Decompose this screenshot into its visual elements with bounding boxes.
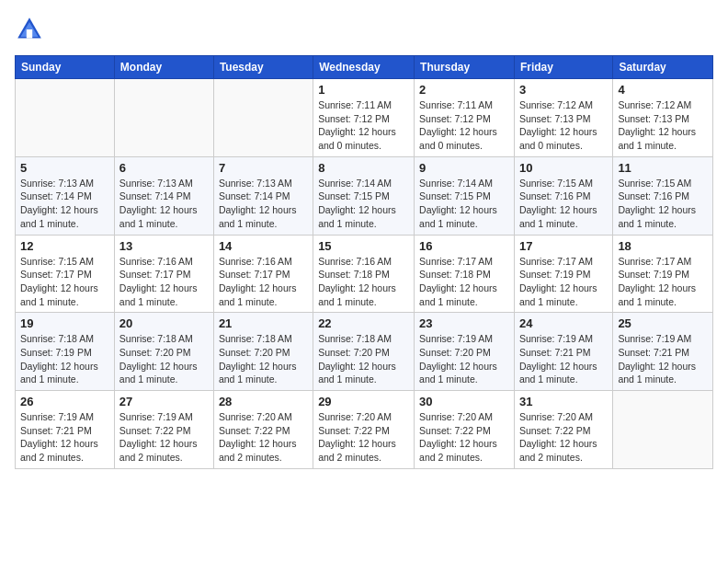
day-info: Sunrise: 7:16 AMSunset: 7:18 PMDaylight:… <box>318 255 409 309</box>
day-number: 16 <box>419 239 509 253</box>
day-info: Sunrise: 7:13 AMSunset: 7:14 PMDaylight:… <box>20 177 109 231</box>
calendar-week-row: 12Sunrise: 7:15 AMSunset: 7:17 PMDayligh… <box>16 235 713 313</box>
day-number: 2 <box>419 83 509 97</box>
calendar-cell: 3Sunrise: 7:12 AMSunset: 7:13 PMDaylight… <box>514 79 612 157</box>
page-header <box>15 15 713 44</box>
calendar-cell <box>16 79 115 157</box>
day-number: 22 <box>318 316 409 330</box>
day-number: 21 <box>219 316 308 330</box>
day-info: Sunrise: 7:15 AMSunset: 7:17 PMDaylight:… <box>20 255 109 309</box>
day-info: Sunrise: 7:17 AMSunset: 7:19 PMDaylight:… <box>519 255 608 309</box>
day-number: 1 <box>318 83 409 97</box>
day-info: Sunrise: 7:20 AMSunset: 7:22 PMDaylight:… <box>519 410 608 465</box>
day-number: 23 <box>419 316 509 330</box>
day-number: 26 <box>20 395 109 408</box>
calendar-cell: 9Sunrise: 7:14 AMSunset: 7:15 PMDaylight… <box>415 156 515 235</box>
calendar-cell: 12Sunrise: 7:15 AMSunset: 7:17 PMDayligh… <box>16 235 115 313</box>
day-info: Sunrise: 7:20 AMSunset: 7:22 PMDaylight:… <box>419 410 509 465</box>
calendar-cell <box>613 391 713 469</box>
calendar-cell: 31Sunrise: 7:20 AMSunset: 7:22 PMDayligh… <box>514 391 612 469</box>
day-number: 6 <box>119 161 209 175</box>
day-info: Sunrise: 7:19 AMSunset: 7:22 PMDaylight:… <box>119 410 209 465</box>
day-number: 31 <box>519 395 608 408</box>
day-number: 3 <box>519 83 608 97</box>
calendar-cell: 17Sunrise: 7:17 AMSunset: 7:19 PMDayligh… <box>514 235 612 313</box>
day-info: Sunrise: 7:18 AMSunset: 7:20 PMDaylight:… <box>219 332 308 386</box>
weekday-header: Wednesday <box>313 56 415 79</box>
day-number: 11 <box>618 161 708 175</box>
calendar-cell: 21Sunrise: 7:18 AMSunset: 7:20 PMDayligh… <box>213 313 313 391</box>
day-number: 4 <box>618 83 708 97</box>
calendar-cell: 22Sunrise: 7:18 AMSunset: 7:20 PMDayligh… <box>313 313 415 391</box>
day-info: Sunrise: 7:17 AMSunset: 7:19 PMDaylight:… <box>618 255 708 309</box>
calendar-cell <box>213 79 313 157</box>
calendar-cell: 6Sunrise: 7:13 AMSunset: 7:14 PMDaylight… <box>114 156 213 235</box>
calendar-week-row: 19Sunrise: 7:18 AMSunset: 7:19 PMDayligh… <box>16 313 713 391</box>
day-info: Sunrise: 7:19 AMSunset: 7:21 PMDaylight:… <box>20 410 109 465</box>
day-info: Sunrise: 7:14 AMSunset: 7:15 PMDaylight:… <box>419 177 509 231</box>
day-info: Sunrise: 7:11 AMSunset: 7:12 PMDaylight:… <box>318 98 409 153</box>
calendar-cell: 13Sunrise: 7:16 AMSunset: 7:17 PMDayligh… <box>114 235 213 313</box>
day-number: 12 <box>20 239 109 253</box>
day-info: Sunrise: 7:19 AMSunset: 7:21 PMDaylight:… <box>618 332 708 386</box>
day-number: 10 <box>519 161 608 175</box>
day-number: 17 <box>519 239 608 253</box>
day-info: Sunrise: 7:19 AMSunset: 7:21 PMDaylight:… <box>519 332 608 386</box>
calendar-cell: 5Sunrise: 7:13 AMSunset: 7:14 PMDaylight… <box>16 156 115 235</box>
calendar-cell: 1Sunrise: 7:11 AMSunset: 7:12 PMDaylight… <box>313 79 415 157</box>
day-info: Sunrise: 7:18 AMSunset: 7:20 PMDaylight:… <box>318 332 409 386</box>
weekday-header: Saturday <box>613 56 713 79</box>
calendar-table: SundayMondayTuesdayWednesdayThursdayFrid… <box>15 55 713 469</box>
day-info: Sunrise: 7:16 AMSunset: 7:17 PMDaylight:… <box>219 255 308 309</box>
day-info: Sunrise: 7:13 AMSunset: 7:14 PMDaylight:… <box>119 177 209 231</box>
calendar-cell: 18Sunrise: 7:17 AMSunset: 7:19 PMDayligh… <box>613 235 713 313</box>
day-number: 18 <box>618 239 708 253</box>
day-info: Sunrise: 7:20 AMSunset: 7:22 PMDaylight:… <box>219 410 308 465</box>
day-info: Sunrise: 7:19 AMSunset: 7:20 PMDaylight:… <box>419 332 509 386</box>
day-info: Sunrise: 7:20 AMSunset: 7:22 PMDaylight:… <box>318 410 409 465</box>
day-info: Sunrise: 7:11 AMSunset: 7:12 PMDaylight:… <box>419 98 509 153</box>
day-info: Sunrise: 7:12 AMSunset: 7:13 PMDaylight:… <box>618 98 708 153</box>
day-number: 7 <box>219 161 308 175</box>
day-number: 20 <box>119 316 209 330</box>
calendar-cell: 23Sunrise: 7:19 AMSunset: 7:20 PMDayligh… <box>415 313 515 391</box>
day-info: Sunrise: 7:15 AMSunset: 7:16 PMDaylight:… <box>519 177 608 231</box>
calendar-header-row: SundayMondayTuesdayWednesdayThursdayFrid… <box>16 56 713 79</box>
day-info: Sunrise: 7:12 AMSunset: 7:13 PMDaylight:… <box>519 98 608 153</box>
day-number: 27 <box>119 395 209 408</box>
day-info: Sunrise: 7:14 AMSunset: 7:15 PMDaylight:… <box>318 177 409 231</box>
day-info: Sunrise: 7:17 AMSunset: 7:18 PMDaylight:… <box>419 255 509 309</box>
generalblue-logo-icon <box>15 15 44 44</box>
day-number: 9 <box>419 161 509 175</box>
calendar-cell: 16Sunrise: 7:17 AMSunset: 7:18 PMDayligh… <box>415 235 515 313</box>
day-info: Sunrise: 7:15 AMSunset: 7:16 PMDaylight:… <box>618 177 708 231</box>
weekday-header: Tuesday <box>213 56 313 79</box>
day-number: 24 <box>519 316 608 330</box>
calendar-cell: 2Sunrise: 7:11 AMSunset: 7:12 PMDaylight… <box>415 79 515 157</box>
calendar-week-row: 26Sunrise: 7:19 AMSunset: 7:21 PMDayligh… <box>16 391 713 469</box>
calendar-cell: 14Sunrise: 7:16 AMSunset: 7:17 PMDayligh… <box>213 235 313 313</box>
calendar-cell <box>114 79 213 157</box>
day-number: 25 <box>618 316 708 330</box>
day-number: 14 <box>219 239 308 253</box>
calendar-cell: 20Sunrise: 7:18 AMSunset: 7:20 PMDayligh… <box>114 313 213 391</box>
weekday-header: Friday <box>514 56 612 79</box>
calendar-cell: 26Sunrise: 7:19 AMSunset: 7:21 PMDayligh… <box>16 391 115 469</box>
calendar-cell: 29Sunrise: 7:20 AMSunset: 7:22 PMDayligh… <box>313 391 415 469</box>
logo <box>15 15 48 44</box>
day-info: Sunrise: 7:18 AMSunset: 7:19 PMDaylight:… <box>20 332 109 386</box>
calendar-cell: 30Sunrise: 7:20 AMSunset: 7:22 PMDayligh… <box>415 391 515 469</box>
svg-rect-2 <box>27 29 32 39</box>
weekday-header: Monday <box>114 56 213 79</box>
day-number: 8 <box>318 161 409 175</box>
calendar-cell: 27Sunrise: 7:19 AMSunset: 7:22 PMDayligh… <box>114 391 213 469</box>
calendar-week-row: 5Sunrise: 7:13 AMSunset: 7:14 PMDaylight… <box>16 156 713 235</box>
day-info: Sunrise: 7:18 AMSunset: 7:20 PMDaylight:… <box>119 332 209 386</box>
day-info: Sunrise: 7:13 AMSunset: 7:14 PMDaylight:… <box>219 177 308 231</box>
calendar-cell: 4Sunrise: 7:12 AMSunset: 7:13 PMDaylight… <box>613 79 713 157</box>
calendar-week-row: 1Sunrise: 7:11 AMSunset: 7:12 PMDaylight… <box>16 79 713 157</box>
calendar-cell: 7Sunrise: 7:13 AMSunset: 7:14 PMDaylight… <box>213 156 313 235</box>
day-info: Sunrise: 7:16 AMSunset: 7:17 PMDaylight:… <box>119 255 209 309</box>
calendar-cell: 19Sunrise: 7:18 AMSunset: 7:19 PMDayligh… <box>16 313 115 391</box>
calendar-cell: 28Sunrise: 7:20 AMSunset: 7:22 PMDayligh… <box>213 391 313 469</box>
